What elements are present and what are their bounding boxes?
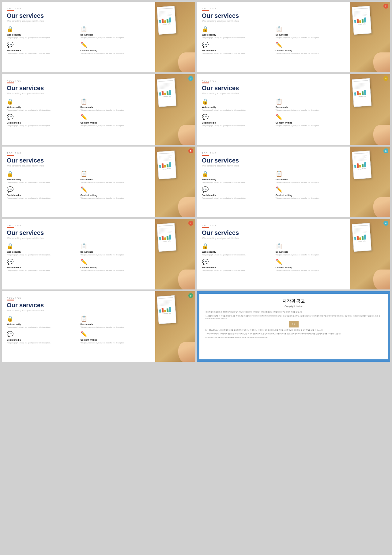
- slide-2-thumbnail: Sample Product: [350, 2, 390, 72]
- accent-line: [202, 227, 209, 228]
- service-social-media: 💬 Social media This paragraph actually i…: [202, 258, 272, 272]
- lock-icon: 🔒: [202, 98, 272, 105]
- service-desc: This paragraph actually is a good place …: [202, 182, 272, 184]
- chat-icon: 💬: [202, 41, 272, 48]
- service-name: Social media: [7, 194, 77, 197]
- slide-title: Our services: [7, 157, 150, 164]
- service-name: Content writing: [276, 49, 346, 52]
- service-desc: This paragraph actually is a good place …: [276, 270, 346, 272]
- slide-row-4: 7 ABOUT US Our services Write something …: [2, 219, 390, 289]
- service-desc: This paragraph actually is a good place …: [202, 270, 272, 272]
- doc-icon: 📋: [81, 243, 151, 250]
- service-name: Web security: [7, 251, 77, 253]
- slide-3-content: ABOUT US Our services Write something ab…: [2, 74, 155, 145]
- copyright-inner: 저작권 공고 Copyright Notice 본 저작물에 포함된 모든 콘텐…: [199, 294, 388, 359]
- service-documents: 📋 Documents This paragraph actually is a…: [276, 98, 346, 112]
- service-name: Social media: [7, 121, 77, 124]
- services-grid: 🔒 Web security This paragraph actually i…: [7, 98, 150, 127]
- service-name: Web security: [202, 251, 272, 253]
- service-name: Social media: [202, 49, 272, 52]
- services-grid: 🔒 Web security This paragraph actually i…: [7, 170, 150, 200]
- service-documents: 📋 Documents This paragraph actually is a…: [81, 26, 151, 39]
- service-desc: This paragraph actually is a good place …: [7, 270, 77, 272]
- slide-title: Our services: [202, 229, 345, 236]
- slide-subtitle: Write something about your main title he…: [202, 237, 345, 239]
- pencil-icon: ✏️: [81, 186, 151, 193]
- chat-icon: 💬: [7, 186, 77, 193]
- service-documents: 📋 Documents This paragraph actually is a…: [81, 98, 151, 112]
- service-web-security: 🔒 Web security This paragraph actually i…: [7, 170, 77, 184]
- chat-icon: 💬: [7, 41, 77, 48]
- accent-line: [7, 227, 14, 228]
- service-desc: This paragraph actually is a good place …: [276, 254, 346, 256]
- slide-5-content: ABOUT US Our services Write something ab…: [2, 147, 155, 217]
- copyright-section-3: 3.이미지(Image): 이 저작물에 사용된 모든 이미지의 저작권은 각각…: [205, 332, 382, 335]
- service-web-security: 🔒 Web security This paragraph actually i…: [7, 98, 77, 112]
- service-desc: This paragraph actually is a good place …: [81, 342, 151, 344]
- service-desc: This paragraph actually is a good place …: [202, 197, 272, 200]
- slide-9-content: ABOUT US Our services Write something ab…: [2, 291, 155, 362]
- lock-icon: 🔒: [7, 26, 77, 33]
- service-social-media: 💬 Social media This paragraph actually i…: [7, 258, 77, 272]
- service-name: Documents: [276, 251, 346, 253]
- about-label: ABOUT US: [202, 7, 345, 10]
- chat-icon: 💬: [7, 331, 77, 338]
- accent-line: [202, 155, 209, 156]
- slide-9: 9 ABOUT US Our services Write something …: [2, 291, 195, 362]
- service-web-security: 🔒 Web security This paragraph actually i…: [202, 170, 272, 184]
- service-documents: 📋 Documents This paragraph actually is a…: [81, 315, 151, 329]
- service-name: Social media: [202, 266, 272, 269]
- service-content-writing: ✏️ Content writing This paragraph actual…: [81, 114, 151, 127]
- slide-8-thumbnail: Sample Product: [350, 219, 390, 289]
- pencil-icon: ✏️: [276, 258, 346, 265]
- service-content-writing: ✏️ Content writing This paragraph actual…: [81, 258, 151, 272]
- copyright-footer: 이 저작물에 대한 사용 허가 또는 저작권에 관한 추가 정보를 얻으려면 당…: [205, 336, 382, 339]
- slide-5-thumbnail: Sample Product: [155, 147, 195, 217]
- slide-badge-2: 2: [383, 4, 388, 9]
- slide-4: 4 ABOUT US Our services Write something …: [197, 74, 390, 145]
- doc-icon: 📋: [276, 98, 346, 105]
- slide-1: ABOUT US Our services Write something ab…: [2, 2, 195, 72]
- copyright-logo-area: C: [205, 321, 382, 327]
- pencil-icon: ✏️: [276, 186, 346, 193]
- slide-title: Our services: [7, 12, 150, 19]
- service-desc: This paragraph actually is a good place …: [7, 182, 77, 184]
- services-grid: 🔒 Web security This paragraph actually i…: [7, 26, 150, 55]
- service-desc: This paragraph actually is a good place …: [81, 125, 151, 127]
- service-name: Content writing: [276, 266, 346, 269]
- accent-line: [7, 10, 14, 11]
- about-label: ABOUT US: [7, 297, 150, 299]
- service-desc: This paragraph actually is a good place …: [276, 52, 346, 55]
- service-documents: 📋 Documents This paragraph actually is a…: [81, 243, 151, 256]
- service-desc: This paragraph actually is a good place …: [81, 182, 151, 184]
- service-desc: This paragraph actually is a good place …: [202, 52, 272, 55]
- service-desc: This paragraph actually is a good place …: [81, 52, 151, 55]
- service-name: Documents: [276, 33, 346, 36]
- about-label: ABOUT US: [7, 7, 150, 10]
- service-name: Web security: [202, 33, 272, 36]
- doc-icon: 📋: [81, 315, 151, 322]
- service-name: Web security: [202, 106, 272, 109]
- about-label: ABOUT US: [202, 80, 345, 82]
- service-desc: This paragraph actually is a good place …: [81, 270, 151, 272]
- service-desc: This paragraph actually is a good place …: [7, 109, 77, 112]
- doc-icon: 📋: [276, 243, 346, 250]
- service-content-writing: ✏️ Content writing This paragraph actual…: [81, 186, 151, 200]
- service-name: Web security: [7, 33, 77, 36]
- slide-subtitle: Write something about your main title he…: [7, 309, 150, 312]
- copyright-section-2: 2. 수정(Modification): 이 저작물의 내용을 임의적으로 수정…: [205, 329, 382, 331]
- copyright-section-1: 1. 사용(Reproight): 이 저작물은 개인적 사용 목적으로만 허용…: [205, 315, 382, 320]
- chat-icon: 💬: [202, 114, 272, 121]
- service-name: Web security: [202, 178, 272, 181]
- service-desc: This paragraph actually is a good place …: [7, 125, 77, 127]
- service-social-media: 💬 Social media This paragraph actually i…: [202, 114, 272, 127]
- lock-icon: 🔒: [202, 26, 272, 33]
- slide-8-content: ABOUT US Our services Write something ab…: [197, 219, 350, 289]
- slide-5: 5 ABOUT US Our services Write something …: [2, 147, 195, 217]
- service-name: Social media: [202, 194, 272, 197]
- slide-1-thumbnail: Sample Product: [155, 2, 195, 72]
- services-grid: 🔒 Web security This paragraph actually i…: [202, 243, 345, 272]
- services-grid: 🔒 Web security This paragraph actually i…: [202, 26, 345, 55]
- service-desc: This paragraph actually is a good place …: [202, 37, 272, 39]
- service-desc: This paragraph actually is a good place …: [7, 254, 77, 256]
